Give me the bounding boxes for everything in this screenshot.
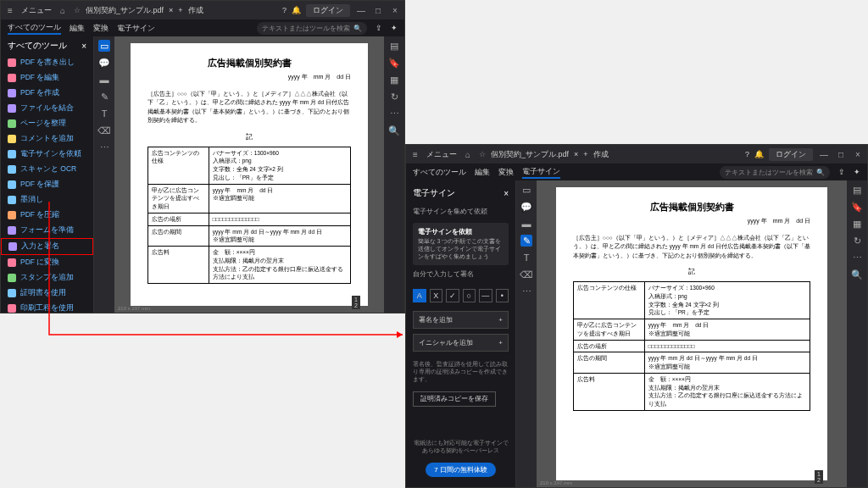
menubar: すべてのツール 編集 変換 電子サイン テキストまたはツールを検索 🔍 ⇪ ✦ <box>406 164 867 180</box>
line-tool[interactable]: — <box>479 289 492 302</box>
sidebar-item[interactable]: PDF を書き出し <box>1 55 93 70</box>
sidebar-item[interactable]: 墨消し <box>1 192 93 208</box>
panel-close[interactable]: × <box>504 189 509 198</box>
circle-tool[interactable]: ○ <box>463 289 476 302</box>
add-initials-button[interactable]: イニシャルを追加+ <box>413 334 509 352</box>
select-tool-icon[interactable]: ▭ <box>98 40 110 52</box>
panel-icon[interactable]: ▤ <box>388 40 400 52</box>
panel-icon[interactable]: ▤ <box>851 184 863 196</box>
ai-icon[interactable]: ✦ <box>391 24 398 32</box>
help-icon[interactable]: ? <box>282 6 287 14</box>
sidebar-item[interactable]: PDF に変換 <box>1 255 93 270</box>
comment-tool-icon[interactable]: 💬 <box>520 201 532 213</box>
sidebar-close[interactable]: × <box>81 42 86 51</box>
zoom-icon[interactable]: 🔍 <box>388 125 400 136</box>
highlight-tool-icon[interactable]: ▬ <box>520 218 532 230</box>
minimize-icon[interactable]: — <box>355 4 367 16</box>
search-input[interactable]: テキストまたはツールを検索 🔍 <box>720 166 830 179</box>
sidebar-item[interactable]: ページを整理 <box>1 116 93 131</box>
highlight-tool-icon[interactable]: ▬ <box>98 74 110 86</box>
share-icon[interactable]: ⇪ <box>838 168 845 176</box>
menu-icon[interactable]: ≡ <box>4 4 16 16</box>
comment-tool-icon[interactable]: 💬 <box>98 57 110 69</box>
right-toolstrip: ▤ 🔖 ▦ ↻ ⋯ 🔍 <box>384 36 404 313</box>
sidebar-item[interactable]: PDF を編集 <box>1 70 93 86</box>
close-icon[interactable]: × <box>389 4 401 16</box>
help-icon[interactable]: ? <box>745 150 749 158</box>
maximize-icon[interactable]: □ <box>372 4 384 16</box>
text-tool-icon[interactable]: T <box>98 108 110 119</box>
esign-request-box[interactable]: 電子サインを依頼簡単な 3 つの手順でこの文書を送信してオンラインで電子サインを… <box>413 223 509 265</box>
page-indicator[interactable]: 12 <box>352 296 360 309</box>
sidebar-item[interactable]: 印刷工程を使用 <box>1 301 93 313</box>
sidebar-item[interactable]: PDF を圧縮 <box>1 208 93 223</box>
sidebar-item[interactable]: ファイルを結合 <box>1 101 93 116</box>
tab-add[interactable]: + <box>178 6 182 14</box>
draw-tool-icon[interactable]: ✎ <box>98 91 110 103</box>
sidebar-item[interactable]: 電子サインを依頼 <box>1 147 93 162</box>
erase-tool-icon[interactable]: ⌫ <box>98 125 110 136</box>
bookmark-icon[interactable]: 🔖 <box>851 201 863 213</box>
search-input[interactable]: テキストまたはツールを検索 🔍 <box>257 22 367 35</box>
doc-title: 広告掲載個別契約書 <box>147 57 351 69</box>
menu-label[interactable]: メニュー <box>21 5 52 16</box>
sidebar-item[interactable]: PDF を作成 <box>1 86 93 101</box>
pdf-page: 広告掲載個別契約書 yyyy 年 mm 月 dd 日 ［広告主］○○○（以下「甲… <box>556 187 827 480</box>
thumb-icon[interactable]: ▦ <box>388 74 400 86</box>
create-label[interactable]: 作成 <box>188 5 203 16</box>
bell-icon[interactable]: 🔔 <box>754 150 764 158</box>
close-icon[interactable]: × <box>852 148 864 160</box>
share-icon[interactable]: ⇪ <box>376 24 382 32</box>
sign-tool-icon[interactable]: ✎ <box>520 235 532 247</box>
more-tool-icon[interactable]: ⋯ <box>520 286 532 297</box>
rotate-icon[interactable]: ↻ <box>851 235 863 247</box>
more-tool-icon[interactable]: ⋯ <box>98 141 110 153</box>
doc-table: 広告コンテンツの仕様バナーサイズ：1300×960入稿形式：png文字数：全角 … <box>147 147 351 285</box>
save-copy-button[interactable]: 証明済みコピーを保存 <box>413 391 496 407</box>
zoom-icon[interactable]: 🔍 <box>851 269 863 280</box>
text-field-tool[interactable]: A <box>413 289 426 302</box>
thumb-icon[interactable]: ▦ <box>851 218 863 230</box>
esign-panel: 電子サイン× 電子サインを集めて依頼 電子サインを依頼簡単な 3 つの手順でこの… <box>406 180 516 487</box>
document-area[interactable]: 広告掲載個別契約書 yyyy 年 mm 月 dd 日 ［広告主］○○○（以下「甲… <box>114 36 384 313</box>
sidebar-item[interactable]: 証明書を使用 <box>1 286 93 301</box>
login-button[interactable]: ログイン <box>769 148 813 161</box>
menu-edit[interactable]: 編集 <box>70 23 85 34</box>
sidebar-item[interactable]: PDF を保護 <box>1 177 93 192</box>
menu-icon[interactable]: ≡ <box>409 148 421 160</box>
home-icon[interactable]: ⌂ <box>462 148 474 160</box>
check-tool[interactable]: ✓ <box>446 289 459 302</box>
erase-tool-icon[interactable]: ⌫ <box>520 269 532 280</box>
star-icon[interactable]: ☆ <box>74 6 81 14</box>
menu-all-tools[interactable]: すべてのツール <box>8 22 61 35</box>
text-tool-icon[interactable]: T <box>520 252 532 263</box>
more-icon[interactable]: ⋯ <box>851 252 863 263</box>
sidebar-item[interactable]: フォームを準備 <box>1 223 93 238</box>
esign-sub1: 電子サインを集めて依頼 <box>413 208 509 216</box>
maximize-icon[interactable]: □ <box>835 148 847 160</box>
select-tool-icon[interactable]: ▭ <box>520 184 532 196</box>
document-area[interactable]: 広告掲載個別契約書 yyyy 年 mm 月 dd 日 ［広告主］○○○（以下「甲… <box>537 180 847 487</box>
filename: 個別契約_サンプル.pdf <box>86 5 164 16</box>
sidebar-item[interactable]: スタンプを追加 <box>1 270 93 286</box>
dot-tool[interactable]: • <box>496 289 509 302</box>
add-signature-button[interactable]: 署名を追加+ <box>413 311 509 329</box>
rotate-icon[interactable]: ↻ <box>388 91 400 103</box>
login-button[interactable]: ログイン <box>306 4 350 17</box>
home-icon[interactable]: ⌂ <box>57 4 69 16</box>
page-indicator[interactable]: 12 <box>815 470 823 484</box>
menu-esign[interactable]: 電子サイン <box>117 23 155 34</box>
minimize-icon[interactable]: — <box>818 148 830 160</box>
trial-button[interactable]: 7 日間の無料体験 <box>426 463 496 477</box>
sidebar-item[interactable]: コメントを追加 <box>1 131 93 147</box>
x-tool[interactable]: X <box>430 289 443 302</box>
bell-icon[interactable]: 🔔 <box>292 6 301 14</box>
menu-convert[interactable]: 変換 <box>93 23 108 34</box>
sidebar-item[interactable]: スキャンと OCR <box>1 162 93 177</box>
more-icon[interactable]: ⋯ <box>388 108 400 119</box>
tab-close[interactable]: × <box>169 6 173 14</box>
ai-icon[interactable]: ✦ <box>854 168 860 176</box>
bookmark-icon[interactable]: 🔖 <box>388 57 400 69</box>
star-icon[interactable]: ☆ <box>479 150 486 158</box>
sidebar-item[interactable]: 入力と署名 <box>1 238 93 255</box>
